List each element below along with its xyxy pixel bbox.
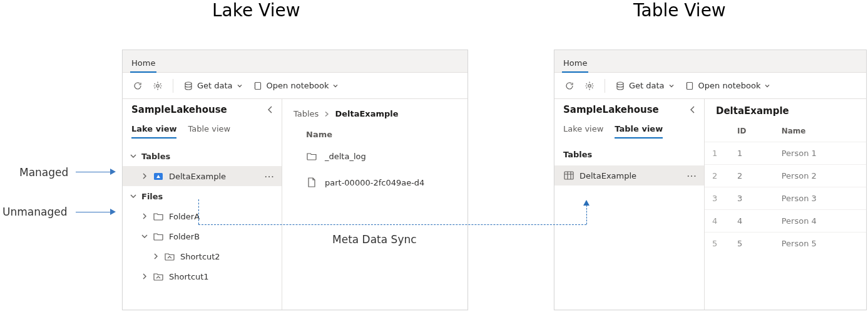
database-icon <box>183 81 193 91</box>
tables-list: DeltaExample ⋯ <box>554 163 704 188</box>
svg-point-4 <box>588 84 591 86</box>
tree-node-foldera[interactable]: FolderA <box>123 206 282 226</box>
refresh-icon <box>133 81 143 91</box>
get-data-button[interactable]: Get data <box>610 78 680 94</box>
section-tables: Tables <box>554 144 704 163</box>
col-id[interactable]: ID <box>730 120 774 142</box>
shortcut-icon <box>164 251 175 262</box>
get-data-button[interactable]: Get data <box>178 78 248 94</box>
tree-node-folderb[interactable]: FolderB <box>123 226 282 246</box>
toolbar: Get data Open notebook <box>123 73 467 99</box>
cell-name: Person 3 <box>774 187 866 210</box>
main-content: Tables DeltaExample Name _delta_log part… <box>282 99 467 310</box>
get-data-label: Get data <box>197 81 233 90</box>
gear-icon <box>585 81 595 91</box>
table-row[interactable]: 1 1 Person 1 <box>705 142 866 165</box>
file-row-delta-log[interactable]: _delta_log <box>294 143 456 169</box>
col-index[interactable] <box>705 120 730 142</box>
chevron-right-icon <box>140 172 149 180</box>
tab-table-view[interactable]: Table view <box>188 122 230 139</box>
svg-point-1 <box>185 82 191 85</box>
tree-label-files: Files <box>141 192 277 201</box>
table-icon <box>563 170 574 181</box>
sidebar-header: SampleLakehouse <box>123 99 282 118</box>
col-name[interactable]: Name <box>774 120 866 142</box>
svg-rect-2 <box>255 82 260 89</box>
delta-table-icon <box>153 170 164 182</box>
open-notebook-button[interactable]: Open notebook <box>680 78 776 94</box>
chevron-down-icon <box>668 83 675 89</box>
chevron-right-icon <box>140 212 149 221</box>
chevron-down-icon <box>332 83 339 89</box>
tree-node-shortcut1[interactable]: Shortcut1 <box>123 266 282 286</box>
cell-id: 2 <box>730 165 774 187</box>
breadcrumb-root[interactable]: Tables <box>294 109 319 118</box>
open-notebook-button[interactable]: Open notebook <box>248 78 344 94</box>
tab-home[interactable]: Home <box>562 55 588 73</box>
settings-button[interactable] <box>148 78 168 94</box>
cell-index: 4 <box>705 210 730 233</box>
tree-node-files[interactable]: Files <box>123 186 282 206</box>
table-row[interactable]: 3 3 Person 3 <box>705 187 866 210</box>
tree-node-shortcut2[interactable]: Shortcut2 <box>123 246 282 266</box>
collapse-sidebar-button[interactable] <box>688 105 698 115</box>
gear-icon <box>153 81 163 91</box>
lakehouse-name: SampleLakehouse <box>563 104 659 115</box>
panel-table-view: Home Get data Open notebook SampleLakeho… <box>554 50 867 310</box>
tab-table-view[interactable]: Table view <box>615 122 663 139</box>
table-row[interactable]: 2 2 Person 2 <box>705 165 866 187</box>
folder-icon <box>306 150 317 162</box>
chevron-down-icon <box>140 232 149 241</box>
tab-lake-view[interactable]: Lake view <box>563 122 603 139</box>
sidebar-tabs: Lake view Table view <box>554 122 704 139</box>
notebook-icon <box>253 81 263 91</box>
table-row[interactable]: 4 4 Person 4 <box>705 210 866 233</box>
cell-name: Person 4 <box>774 210 866 233</box>
annotation-unmanaged: Unmanaged <box>3 206 67 218</box>
cell-id: 1 <box>730 142 774 165</box>
chevron-down-icon <box>129 152 138 160</box>
refresh-button[interactable] <box>128 78 148 94</box>
cell-index: 5 <box>705 233 730 255</box>
tree-node-tables[interactable]: Tables <box>123 146 282 166</box>
database-icon <box>615 81 625 91</box>
folder-icon <box>153 231 164 242</box>
lakehouse-name: SampleLakehouse <box>131 104 227 115</box>
refresh-button[interactable] <box>559 78 580 94</box>
column-header-name[interactable]: Name <box>294 127 456 143</box>
svg-point-5 <box>617 82 623 85</box>
body-split: SampleLakehouse Lake view Table view Tab… <box>554 99 866 310</box>
table-header-row: ID Name <box>705 120 866 142</box>
file-icon <box>306 177 317 188</box>
notebook-icon <box>685 81 695 91</box>
toolbar-divider <box>173 79 173 93</box>
tree-node-deltaexample[interactable]: DeltaExample ⋯ <box>123 166 282 186</box>
more-button[interactable]: ⋯ <box>262 169 277 184</box>
data-table: ID Name 1 1 Person 1 2 2 Person 2 <box>705 120 866 254</box>
body-split: SampleLakehouse Lake view Table view Tab… <box>123 99 467 310</box>
chevron-right-icon <box>151 252 160 261</box>
file-row-part[interactable]: part-00000-2fc049ae-d4 <box>294 169 456 196</box>
table-row[interactable]: 5 5 Person 5 <box>705 233 866 255</box>
collapse-sidebar-button[interactable] <box>265 105 275 115</box>
table-item-deltaexample[interactable]: DeltaExample ⋯ <box>554 165 704 186</box>
open-notebook-label: Open notebook <box>698 81 761 90</box>
open-notebook-label: Open notebook <box>267 81 329 90</box>
metadata-sync-line <box>198 199 199 224</box>
cell-id: 4 <box>730 210 774 233</box>
tab-home[interactable]: Home <box>130 55 156 73</box>
explorer-tree: Tables DeltaExample ⋯ Files <box>123 144 282 289</box>
chevron-right-icon <box>140 272 149 281</box>
tab-lake-view[interactable]: Lake view <box>131 122 176 139</box>
chevron-down-icon <box>237 83 243 89</box>
refresh-icon <box>564 81 574 91</box>
title-lake-view: Lake View <box>212 0 300 21</box>
chevron-down-icon <box>764 83 770 89</box>
more-button[interactable]: ⋯ <box>684 168 699 183</box>
annotation-managed: Managed <box>19 166 68 179</box>
arrow-managed-line <box>76 172 110 172</box>
arrow-managed-head <box>110 169 116 175</box>
svg-rect-7 <box>564 172 573 179</box>
panel-lake-view: Home Get data Open notebook SampleLakeho… <box>122 50 468 310</box>
settings-button[interactable] <box>580 78 600 94</box>
